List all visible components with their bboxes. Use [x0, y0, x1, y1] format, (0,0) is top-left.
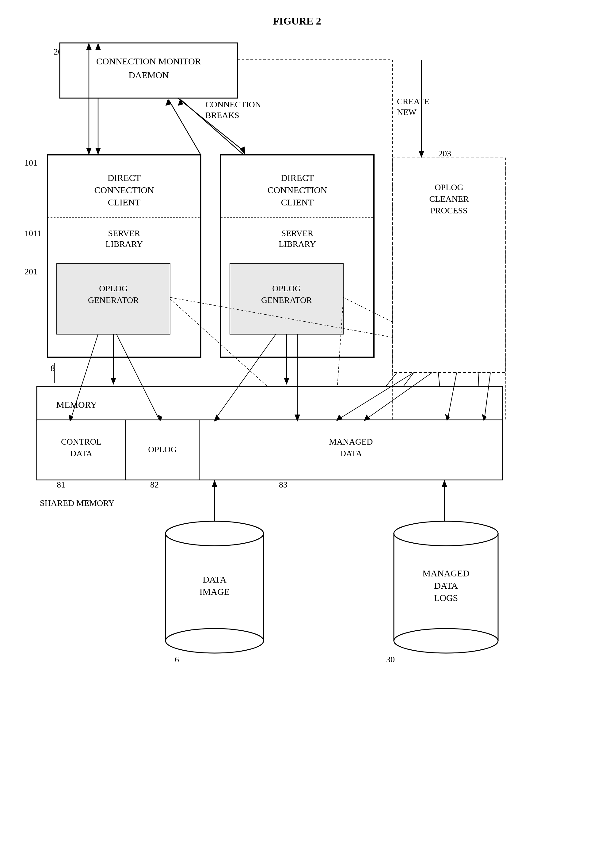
sl1-label-2: LIBRARY — [105, 239, 143, 249]
ocp-label-2: CLEANER — [429, 194, 469, 204]
md-label-2: DATA — [340, 449, 362, 458]
arrow-cmd-down-to-dcc1 — [86, 148, 91, 155]
ref-203: 203 — [438, 149, 451, 158]
arrow-cmd-to-dcc1 — [95, 148, 101, 155]
og1-label-2: GENERATOR — [88, 295, 139, 305]
arrow-mdlogs-bi-up — [442, 480, 447, 487]
ref-82: 82 — [150, 480, 159, 489]
ocp-label-1: OPLOG — [435, 182, 463, 192]
cmd-label-1: CONNECTION MONITOR — [96, 56, 201, 66]
ref-83: 83 — [279, 480, 287, 489]
connection-breaks-label-1: CONNECTION — [205, 100, 261, 109]
mdl-label-1: MANAGED — [422, 568, 469, 578]
connection-breaks-label-2: BREAKS — [205, 111, 239, 120]
og2-label-2: GENERATOR — [261, 295, 312, 305]
cd-label-2: DATA — [70, 449, 93, 458]
memory-box — [37, 386, 503, 420]
mdl-label-3: LOGS — [434, 593, 458, 603]
arrow-og1-down — [111, 378, 116, 385]
ref-101: 101 — [25, 158, 37, 167]
figure-title: FIGURE 2 — [273, 15, 321, 27]
dcc2-label-1: DIRECT — [281, 173, 314, 183]
page: FIGURE 2 202 CONNECTION MONITOR DAEMON C… — [0, 0, 594, 868]
di-label-1: DATA — [203, 574, 227, 585]
ref-1011: 1011 — [25, 229, 41, 238]
ref-201: 201 — [25, 267, 37, 276]
mdl-label-2: DATA — [434, 580, 458, 590]
arrow-to-oplog-cleaner — [419, 151, 424, 158]
mdlogs-cylinder-bottom — [394, 629, 498, 653]
data-image-cylinder-bottom — [165, 629, 264, 653]
sl2-label-2: LIBRARY — [279, 239, 316, 249]
dcc1-label-3: CLIENT — [108, 197, 141, 207]
dcc2-label-2: CONNECTION — [268, 185, 327, 195]
ref-30: 30 — [386, 655, 395, 664]
cmd-label-2: DAEMON — [128, 70, 169, 80]
ref-6: 6 — [175, 655, 179, 664]
ref-81: 81 — [57, 480, 65, 489]
og2-label-1: OPLOG — [272, 283, 301, 293]
dcc1-label-1: DIRECT — [108, 173, 141, 183]
shared-memory-label: SHARED MEMORY — [40, 498, 114, 508]
cd-label-1: CONTROL — [61, 437, 102, 446]
di-label-2: IMAGE — [199, 586, 230, 596]
arrow-og2-down — [284, 378, 289, 385]
sl2-label-1: SERVER — [281, 229, 313, 238]
ref-8: 8 — [50, 363, 55, 373]
dcc1-label-2: CONNECTION — [94, 185, 154, 195]
create-new-label-1: CREATE — [397, 97, 429, 106]
ocp-label-3: PROCESS — [430, 206, 467, 215]
md-label-1: MANAGED — [329, 437, 373, 446]
sl1-label-1: SERVER — [108, 229, 140, 238]
og1-label-1: OPLOG — [99, 283, 128, 293]
svg-line-15 — [169, 100, 201, 155]
create-new-label-2: NEW — [397, 107, 417, 117]
dcc2-label-3: CLIENT — [281, 197, 314, 207]
mdlogs-cylinder-top — [394, 521, 498, 546]
oplog-label: OPLOG — [148, 444, 177, 454]
data-image-cylinder-top — [165, 521, 264, 546]
